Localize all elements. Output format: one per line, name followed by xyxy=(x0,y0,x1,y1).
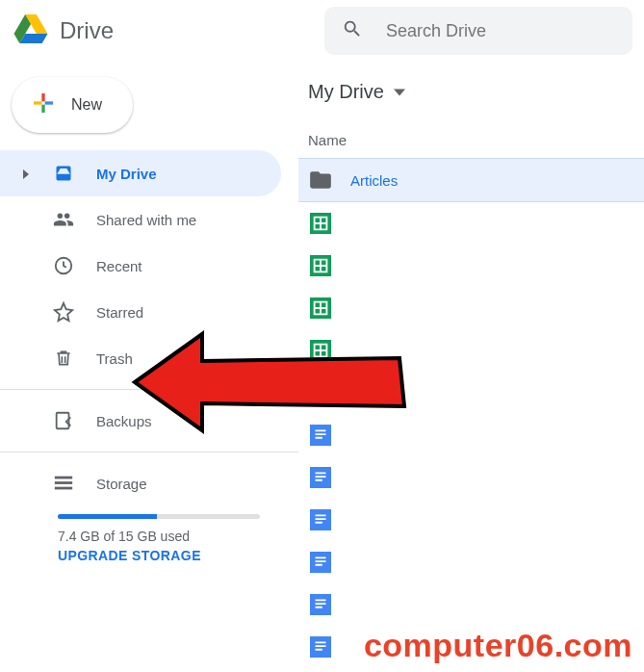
svg-rect-9 xyxy=(310,382,331,403)
storage-info: 7.4 GB of 15 GB used UPGRADE STORAGE xyxy=(0,514,298,563)
breadcrumb[interactable]: My Drive xyxy=(298,75,644,109)
star-icon xyxy=(52,301,75,323)
folder-icon xyxy=(308,168,333,193)
sidebar: New My Drive Shared with me xyxy=(0,62,298,672)
sidebar-item-label: My Drive xyxy=(96,166,157,182)
drawing-icon xyxy=(308,380,333,405)
svg-rect-3 xyxy=(55,481,72,484)
trash-icon xyxy=(52,348,75,369)
sheets-icon xyxy=(308,338,333,363)
storage-icon xyxy=(52,473,75,494)
file-row[interactable] xyxy=(298,414,644,456)
drive-logo-icon xyxy=(12,10,50,52)
column-header-name[interactable]: Name xyxy=(298,109,644,158)
new-button-label: New xyxy=(71,96,102,114)
docs-icon xyxy=(308,634,333,659)
file-row[interactable] xyxy=(298,287,644,329)
main-content: My Drive Name Articles xyxy=(298,62,644,672)
file-row[interactable] xyxy=(298,329,644,372)
sidebar-item-label: Backups xyxy=(96,413,152,429)
docs-icon xyxy=(308,465,333,490)
divider xyxy=(0,389,298,390)
sidebar-item-label: Trash xyxy=(96,350,133,367)
file-row[interactable] xyxy=(298,372,644,414)
sidebar-item-trash[interactable]: Trash xyxy=(0,335,281,381)
svg-rect-4 xyxy=(55,487,72,490)
chevron-down-icon xyxy=(394,81,405,103)
sidebar-item-recent[interactable]: Recent xyxy=(0,243,281,289)
drive-icon xyxy=(52,164,75,183)
sidebar-item-label: Recent xyxy=(96,258,142,274)
search-input[interactable] xyxy=(384,20,615,42)
file-row[interactable] xyxy=(298,541,644,583)
file-row[interactable]: Articles xyxy=(298,158,644,202)
storage-bar-fill xyxy=(58,514,157,519)
sidebar-item-shared[interactable]: Shared with me xyxy=(0,196,281,243)
sidebar-item-label: Starred xyxy=(96,304,143,321)
sidebar-item-storage[interactable]: Storage xyxy=(0,460,281,506)
sidebar-item-label: Storage xyxy=(96,476,147,492)
backup-icon xyxy=(52,410,75,431)
upgrade-storage-link[interactable]: UPGRADE STORAGE xyxy=(58,548,201,563)
divider xyxy=(0,452,298,452)
sheets-icon xyxy=(308,253,333,278)
file-row[interactable] xyxy=(298,456,644,499)
file-row[interactable] xyxy=(298,202,644,245)
plus-icon xyxy=(29,89,58,121)
file-list: Articles xyxy=(298,158,644,668)
docs-icon xyxy=(308,550,333,575)
sheets-icon xyxy=(308,296,333,321)
docs-icon xyxy=(308,592,333,617)
watermark: computer06.com xyxy=(364,627,632,664)
nav-list: My Drive Shared with me Recent xyxy=(0,150,298,563)
sheets-icon xyxy=(308,211,333,236)
sidebar-item-backups[interactable]: Backups xyxy=(0,398,281,444)
file-row[interactable] xyxy=(298,583,644,626)
search-bar[interactable] xyxy=(324,7,632,55)
app-title: Drive xyxy=(60,17,114,44)
docs-icon xyxy=(308,507,333,532)
file-name: Articles xyxy=(350,172,398,189)
topbar: Drive xyxy=(0,0,644,62)
sidebar-item-my-drive[interactable]: My Drive xyxy=(0,150,281,196)
people-icon xyxy=(52,209,75,230)
storage-used-label: 7.4 GB of 15 GB used xyxy=(58,529,298,544)
brand[interactable]: Drive xyxy=(12,10,324,52)
docs-icon xyxy=(308,423,333,448)
search-icon xyxy=(342,18,363,43)
storage-bar xyxy=(58,514,260,519)
breadcrumb-label: My Drive xyxy=(308,81,384,103)
sidebar-item-label: Shared with me xyxy=(96,212,196,228)
new-button[interactable]: New xyxy=(12,77,133,133)
expand-icon[interactable] xyxy=(21,166,31,182)
file-row[interactable] xyxy=(298,245,644,287)
clock-icon xyxy=(52,255,75,276)
svg-rect-2 xyxy=(55,477,72,479)
file-row[interactable] xyxy=(298,499,644,541)
sidebar-item-starred[interactable]: Starred xyxy=(0,289,281,335)
